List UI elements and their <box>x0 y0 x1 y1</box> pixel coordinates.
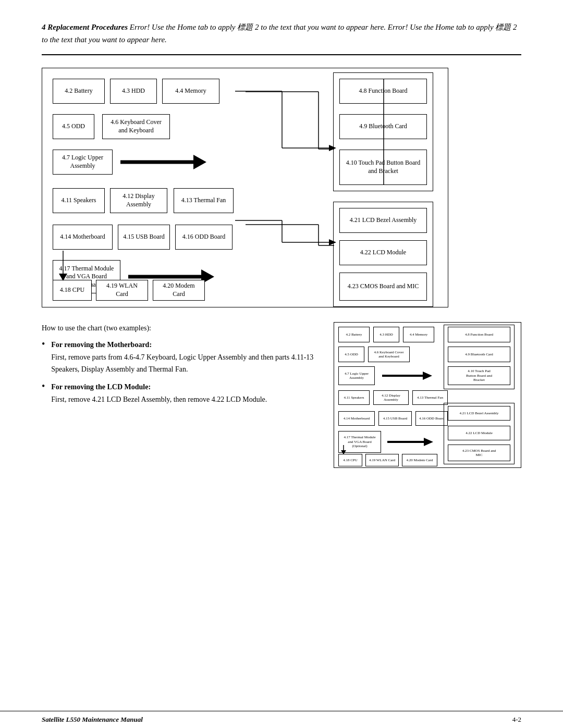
bullet-2-content: For removing the LCD Module: First, remo… <box>51 381 267 406</box>
sc-hdd: 4.3 HDD <box>373 327 399 342</box>
sc-battery: 4.2 Battery <box>338 327 370 342</box>
bullet-item-1: For removing the Motherboard: First, rem… <box>42 339 318 376</box>
box-odd: 4.5 ODD <box>53 114 94 139</box>
svg-marker-9 <box>193 155 206 169</box>
footer: Satellite L550 Maintenance Manual 4-2 <box>0 711 563 728</box>
bullet-1-content: For removing the Motherboard: First, rem… <box>51 339 318 376</box>
sc-arrow-2 <box>385 431 443 453</box>
svg-marker-23 <box>329 239 336 245</box>
box-keyboard: 4.6 Keyboard Cover and Keyboard <box>102 114 170 139</box>
bullet-item-2: For removing the LCD Module: First, remo… <box>42 381 318 406</box>
how-to-text: How to use the chart (two examples): <box>42 322 318 335</box>
sc-usb: 4.15 USB Board <box>378 411 412 426</box>
page: 4 Replacement Procedures Error! Use the … <box>0 0 563 728</box>
header-text: 4 Replacement Procedures Error! Use the … <box>42 21 521 46</box>
box-usb: 4.15 USB Board <box>118 225 170 250</box>
box-modem: 4.20 Modem Card <box>153 280 205 301</box>
sc-modem: 4.20 Modem Card <box>402 454 437 466</box>
header-rule <box>42 54 521 55</box>
svg-marker-25 <box>423 372 432 380</box>
sc-display: 4.12 DisplayAssembly <box>373 390 409 405</box>
svg-marker-29 <box>341 450 346 454</box>
box-speakers: 4.11 Speakers <box>53 188 105 213</box>
right-lcd-border <box>333 202 433 307</box>
bullet-list: For removing the Motherboard: First, rem… <box>42 339 318 406</box>
sc-thermal: 4.13 Thermal Fan <box>412 390 448 405</box>
box-hdd: 4.3 HDD <box>110 79 157 104</box>
sc-cpu: 4.18 CPU <box>338 454 362 466</box>
box-odd-board: 4.16 ODD Board <box>175 225 232 250</box>
svg-marker-27 <box>424 438 433 446</box>
sc-logic: 4.7 Logic UpperAssembly <box>338 366 375 385</box>
sc-odd-board: 4.16 ODD Board <box>415 411 448 426</box>
sc-right-top-border <box>444 325 515 389</box>
connector-bottom-right <box>235 208 339 270</box>
sc-odd: 4.5 ODD <box>338 347 364 362</box>
small-flowchart: 4.2 Battery 4.3 HDD 4.4 Memory 4.8 Funct… <box>334 322 521 468</box>
sc-motherboard: 4.14 Motherboard <box>338 411 375 426</box>
box-cpu: 4.18 CPU <box>53 280 92 301</box>
sc-right-bottom-border <box>444 403 515 464</box>
sc-wlan: 4.19 WLAN Card <box>365 454 399 466</box>
box-logic: 4.7 Logic Upper Assembly <box>53 150 113 175</box>
sc-arrow-1 <box>380 366 443 385</box>
header-bold: 4 Replacement Procedures <box>42 23 128 31</box>
svg-marker-19 <box>329 145 336 151</box>
sc-down-arrow <box>338 445 349 455</box>
body-text: How to use the chart (two examples): For… <box>42 322 318 468</box>
box-memory: 4.4 Memory <box>162 79 219 104</box>
footer-left: Satellite L550 Maintenance Manual <box>42 715 143 724</box>
box-motherboard: 4.14 Motherboard <box>53 225 113 250</box>
sc-connector-top <box>438 327 451 383</box>
box-display: 4.12 Display Assembly <box>110 188 167 213</box>
connector-top-right <box>235 79 339 188</box>
box-thermal: 4.13 Thermal Fan <box>174 188 234 213</box>
down-arrow <box>53 251 74 282</box>
svg-marker-14 <box>59 274 67 281</box>
box-wlan: 4.19 WLAN Card <box>96 280 148 301</box>
sc-keyboard: 4.6 Keyboard Coverand Keyboard <box>368 347 410 362</box>
right-col-border <box>333 72 433 191</box>
main-flowchart: 4.2 Battery 4.3 HDD 4.4 Memory 4.5 ODD 4… <box>42 68 448 307</box>
sc-speakers: 4.11 Speakers <box>338 390 370 405</box>
body-section: How to use the chart (two examples): For… <box>42 322 521 468</box>
box-battery: 4.2 Battery <box>53 79 105 104</box>
footer-right: 4-2 <box>512 715 521 724</box>
double-arrow-1 <box>118 150 222 175</box>
sc-memory: 4.4 Memory <box>403 327 434 342</box>
